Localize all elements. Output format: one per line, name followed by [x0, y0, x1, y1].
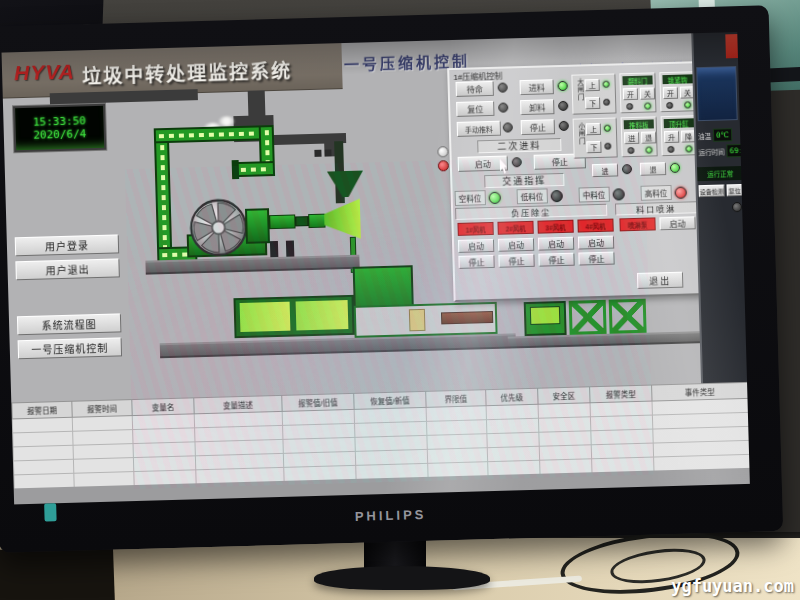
stop-mode-button[interactable]: 停止: [521, 119, 555, 135]
roof-sensor-icon: [314, 150, 321, 157]
exit-button[interactable]: 退出: [637, 272, 683, 289]
flap-door-open-button[interactable]: 开: [623, 88, 638, 100]
lock-hook-indicator: [684, 101, 691, 108]
jog-in-indicator: [622, 164, 632, 174]
small-gate-down-indicator: [604, 143, 611, 150]
standby-button[interactable]: 待命: [456, 81, 494, 97]
push-plate-title: 推料板: [624, 119, 654, 129]
ground-floor: [160, 333, 516, 358]
standby-indicator: [498, 82, 508, 92]
col-header: 优先级: [486, 388, 538, 405]
small-gate-up-button[interactable]: 上: [586, 123, 601, 135]
flap-door-indicator: [644, 102, 651, 109]
discharge-button[interactable]: 卸料: [520, 99, 554, 115]
feed-button[interactable]: 进料: [520, 79, 554, 95]
level-low-indicator: [550, 189, 562, 201]
stop-mode-indicator: [559, 121, 569, 131]
fan1-stop-button[interactable]: 停止: [458, 255, 494, 269]
monitor-stand-base: [314, 566, 490, 590]
level-high-label: 高料位: [640, 185, 671, 201]
compactor-cell: [240, 302, 291, 332]
photo-scene: HYVA 垃圾中转处理监控系统 15:33:50 2020/6/4 一号压缩机控…: [0, 0, 800, 600]
level-low: 低料位: [517, 188, 563, 204]
ram-bar: [441, 311, 493, 324]
push-plate-back-button[interactable]: 退: [641, 131, 656, 143]
big-gate-down-button[interactable]: 下: [585, 97, 600, 109]
spray-alarm: 喷淋泵: [619, 217, 655, 231]
lock-hook-open-button[interactable]: 开: [663, 87, 678, 99]
bezel-sticker: [44, 503, 56, 521]
col-header: 报警时间: [72, 400, 132, 418]
shaft-segment: [269, 214, 295, 229]
manual-push-button[interactable]: 手动推料: [457, 121, 501, 137]
jog-in-button[interactable]: 进: [592, 163, 618, 177]
fan3-start-button[interactable]: 启动: [538, 237, 574, 251]
oil-temp-value: 0℃: [713, 128, 732, 142]
runtime-row: 运行时间 69:0: [698, 144, 740, 158]
x-frame: [609, 299, 647, 334]
hmi-screen: HYVA 垃圾中转处理监控系统 15:33:50 2020/6/4 一号压缩机控…: [2, 32, 750, 504]
level-empty-label: 空料位: [455, 190, 486, 206]
sidebar-item-flowchart[interactable]: 系统流程图: [17, 313, 121, 335]
philips-logo: PHILIPS: [355, 507, 427, 524]
watermark-text: ygfuyuan.com: [671, 576, 794, 596]
lift-up-button[interactable]: 升: [664, 131, 679, 143]
compactor-cell: [296, 300, 349, 330]
reset-button[interactable]: 复位: [456, 101, 494, 117]
secondary-feed-section: 二次进料: [477, 138, 561, 153]
fan3-stop-button[interactable]: 停止: [538, 253, 574, 267]
philips-monitor: HYVA 垃圾中转处理监控系统 15:33:50 2020/6/4 一号压缩机控…: [0, 5, 783, 553]
fan2-alarm: 2#风机: [497, 221, 533, 235]
clock-time: 15:33:50: [33, 115, 86, 127]
device-check-button[interactable]: 设备检测: [699, 184, 725, 197]
small-gate-group: 小闸门 上 下: [573, 117, 618, 158]
push-plate-indicator: [627, 147, 634, 154]
traffic-section: 交通指挥: [484, 173, 564, 188]
spray-start-button[interactable]: 启动: [659, 216, 695, 230]
sidebar-item-logout[interactable]: 用户退出: [15, 258, 119, 280]
col-header: 报警日期: [12, 401, 72, 419]
push-plate-indicator: [645, 146, 652, 153]
level-mid: 中料位: [579, 186, 625, 202]
smoke-icon: [218, 116, 234, 126]
compressor-control-panel: 1#压缩机控制 待命 进料 复位 卸料 手动推料 停止 二次进料 启动 停止: [447, 61, 701, 302]
fan3-alarm: 3#风机: [537, 220, 573, 234]
fan4-stop-button[interactable]: 停止: [578, 252, 614, 266]
desk-dark-object: [0, 546, 115, 600]
level-empty-indicator: [488, 191, 500, 203]
flap-door-group: 翻料门 开 关: [619, 72, 656, 113]
lock-hook-group: 锁紧钩 开 关: [659, 71, 696, 112]
container-block: [524, 301, 567, 336]
push-plate-group: 推料板 进 退: [621, 116, 658, 157]
col-header: 界限值: [426, 390, 486, 408]
shaft-coupling: [295, 216, 308, 226]
yellow-block: [409, 309, 426, 331]
big-gate-up-button[interactable]: 上: [585, 79, 600, 91]
runtime-label: 运行时间: [698, 146, 724, 157]
diagram-indicator-white: [437, 146, 448, 157]
manual-push-indicator: [503, 122, 513, 132]
push-plate-fwd-button[interactable]: 进: [624, 132, 639, 144]
fan1-start-button[interactable]: 启动: [458, 239, 494, 253]
col-header: 安全区: [538, 387, 590, 404]
clock-date: 2020/6/4: [33, 128, 86, 140]
sidebar-item-login[interactable]: 用户登录: [15, 234, 119, 256]
feed-indicator: [558, 81, 568, 91]
flap-door-close-button[interactable]: 关: [640, 87, 655, 99]
jog-out-button[interactable]: 退: [640, 162, 666, 176]
discharge-indicator: [558, 101, 568, 111]
level-high-indicator: [674, 186, 686, 198]
corner-red-block: [725, 34, 740, 58]
fan4-start-button[interactable]: 启动: [578, 236, 614, 250]
alarm-reset-button[interactable]: 复位: [726, 184, 742, 196]
big-gate-label: 大闸门: [573, 78, 583, 101]
roof-sensor-icon: [324, 149, 331, 156]
secondary-feed-indicator: [512, 157, 522, 167]
fan2-start-button[interactable]: 启动: [498, 238, 534, 252]
small-gate-down-button[interactable]: 下: [586, 141, 601, 153]
level-low-label: 低料位: [517, 188, 548, 204]
sidebar-item-compressor[interactable]: 一号压缩机控制: [18, 337, 122, 359]
spray-section-header: 料口喷淋: [615, 201, 697, 215]
small-gate-up-indicator: [604, 125, 611, 132]
fan2-stop-button[interactable]: 停止: [498, 254, 534, 268]
